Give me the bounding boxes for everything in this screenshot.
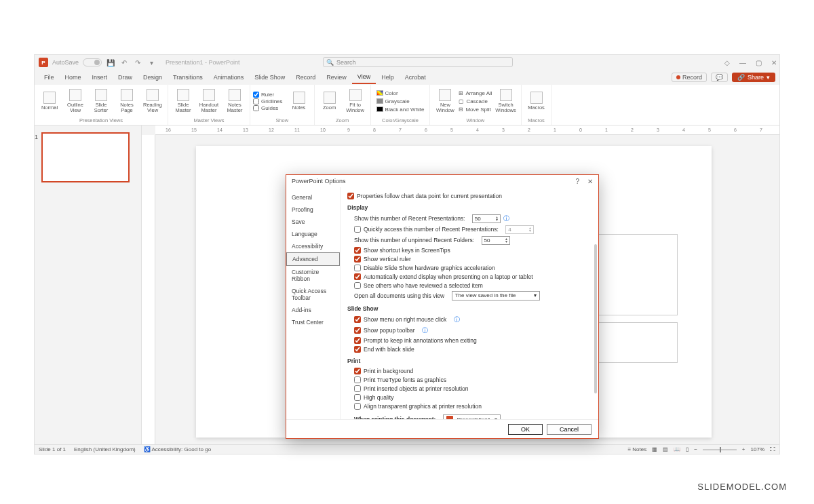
save-icon[interactable]: 💾	[106, 58, 115, 67]
accessibility-status[interactable]: ♿ Accessibility: Good to go	[144, 446, 211, 452]
nav-trust-center[interactable]: Trust Center	[286, 316, 340, 328]
zoom-in[interactable]: +	[742, 446, 745, 452]
slide-sorter-button[interactable]: Slide Sorter	[89, 88, 113, 115]
tab-file[interactable]: File	[39, 71, 60, 83]
inserted-objects-checkbox[interactable]	[354, 385, 361, 392]
fit-icon[interactable]: ⛶	[770, 446, 775, 452]
outline-view-button[interactable]: Outline View	[63, 88, 88, 115]
slide-counter[interactable]: Slide 1 of 1	[39, 446, 66, 452]
new-window-button[interactable]: New Window	[433, 88, 457, 115]
tab-slideshow[interactable]: Slide Show	[249, 71, 290, 83]
cancel-button[interactable]: Cancel	[547, 424, 592, 435]
see-others-checkbox[interactable]	[354, 282, 361, 289]
autosave-toggle[interactable]	[83, 58, 102, 66]
notes-toggle[interactable]: ≡ Notes	[627, 446, 646, 452]
ribbon-display-icon[interactable]: ◇	[724, 59, 730, 66]
nav-save[interactable]: Save	[286, 216, 340, 228]
dialog-help-icon[interactable]: ?	[575, 178, 579, 185]
tab-help[interactable]: Help	[376, 71, 400, 83]
tab-draw[interactable]: Draw	[113, 71, 138, 83]
prompt-ink-checkbox[interactable]	[354, 337, 361, 344]
truetype-checkbox[interactable]	[354, 376, 361, 383]
guides-checkbox[interactable]: Guides	[253, 105, 283, 111]
comments-button[interactable]: 💬	[711, 73, 728, 82]
share-button[interactable]: 🔗Share▾	[732, 73, 775, 82]
macros-button[interactable]: Macros	[524, 90, 549, 112]
tab-acrobat[interactable]: Acrobat	[400, 71, 431, 83]
grayscale-button[interactable]: Grayscale	[376, 98, 425, 105]
notes-page-button[interactable]: Notes Page	[115, 88, 139, 115]
dialog-close-icon[interactable]: ✕	[587, 178, 593, 185]
info-icon[interactable]: ⓘ	[422, 326, 428, 335]
end-black-checkbox[interactable]	[354, 346, 361, 353]
color-button[interactable]: Color	[376, 90, 425, 97]
align-transparent-checkbox[interactable]	[354, 403, 361, 410]
qat-dropdown-icon[interactable]: ▾	[147, 58, 156, 67]
tab-animations[interactable]: Animations	[208, 71, 250, 83]
nav-proofing[interactable]: Proofing	[286, 203, 340, 216]
close-button[interactable]: ✕	[771, 59, 777, 66]
record-button[interactable]: Record	[672, 73, 707, 82]
zoom-button[interactable]: Zoom	[317, 90, 342, 112]
tab-insert[interactable]: Insert	[87, 71, 113, 83]
nav-advanced[interactable]: Advanced	[286, 252, 340, 266]
maximize-button[interactable]: ▢	[756, 59, 762, 66]
switch-windows-button[interactable]: Switch Windows	[494, 88, 518, 115]
disable-hw-checkbox[interactable]	[354, 265, 361, 271]
tab-record[interactable]: Record	[290, 71, 321, 83]
extend-display-checkbox[interactable]	[354, 273, 361, 280]
normal-view-icon[interactable]: ▦	[652, 446, 657, 452]
gridlines-checkbox[interactable]: Gridlines	[253, 98, 283, 104]
slide-master-button[interactable]: Slide Master	[171, 88, 195, 115]
zoom-out[interactable]: −	[694, 446, 697, 452]
nav-language[interactable]: Language	[286, 228, 340, 240]
reading-view-icon[interactable]: 📖	[674, 446, 680, 452]
recent-presentations-spinner[interactable]: 50▴▾	[472, 214, 501, 223]
show-menu-checkbox[interactable]	[354, 316, 361, 323]
undo-icon[interactable]: ↶	[119, 58, 129, 67]
ok-button[interactable]: OK	[508, 424, 543, 435]
vertical-ruler-checkbox[interactable]	[354, 256, 361, 263]
high-quality-checkbox[interactable]	[354, 394, 361, 401]
zoom-slider[interactable]	[703, 449, 737, 450]
arrange-all-button[interactable]: ⊞Arrange All	[459, 90, 492, 97]
search-input[interactable]: 🔍 Search	[323, 57, 513, 67]
dialog-content[interactable]: Properties follow chart data point for c…	[341, 187, 598, 419]
reading-view-button[interactable]: Reading View	[140, 88, 165, 115]
bw-button[interactable]: Black and White	[376, 106, 425, 113]
shortcut-keys-checkbox[interactable]	[354, 247, 361, 254]
quick-access-checkbox[interactable]	[354, 226, 361, 233]
tab-transitions[interactable]: Transitions	[168, 71, 208, 83]
nav-addins[interactable]: Add-ins	[286, 304, 340, 316]
popup-toolbar-checkbox[interactable]	[354, 327, 361, 334]
language-status[interactable]: English (United Kingdom)	[74, 446, 136, 452]
info-icon[interactable]: ⓘ	[503, 214, 509, 223]
minimize-button[interactable]: —	[739, 59, 746, 66]
nav-qat[interactable]: Quick Access Toolbar	[286, 285, 340, 304]
unpinned-folders-spinner[interactable]: 50▴▾	[482, 236, 510, 245]
nav-general[interactable]: General	[286, 191, 340, 203]
tab-design[interactable]: Design	[138, 71, 168, 83]
nav-customize-ribbon[interactable]: Customize Ribbon	[286, 266, 340, 285]
tab-home[interactable]: Home	[60, 71, 87, 83]
tab-view[interactable]: View	[352, 71, 376, 84]
print-bg-checkbox[interactable]	[354, 368, 361, 374]
handout-master-button[interactable]: Handout Master	[197, 88, 221, 115]
redo-icon[interactable]: ↷	[133, 58, 142, 67]
scrollbar[interactable]	[594, 244, 597, 393]
slideshow-view-icon[interactable]: ▯	[686, 446, 689, 452]
notes-master-button[interactable]: Notes Master	[222, 88, 247, 115]
normal-view-button[interactable]: Normal	[37, 90, 62, 112]
zoom-percent[interactable]: 107%	[751, 446, 764, 452]
tab-review[interactable]: Review	[321, 71, 352, 83]
slide-thumbnail-panel[interactable]: 1	[35, 125, 142, 444]
nav-accessibility[interactable]: Accessibility	[286, 240, 340, 252]
printing-document-dropdown[interactable]: Presentation1▾	[443, 414, 501, 419]
ruler-checkbox[interactable]: Ruler	[253, 92, 283, 98]
cascade-button[interactable]: ▢Cascade	[459, 98, 492, 105]
notes-button[interactable]: Notes	[287, 90, 311, 112]
prop-follow-checkbox[interactable]	[347, 193, 354, 199]
fit-window-button[interactable]: Fit to Window	[343, 88, 368, 115]
info-icon[interactable]: ⓘ	[454, 315, 460, 324]
open-docs-dropdown[interactable]: The view saved in the file▾	[452, 291, 540, 301]
